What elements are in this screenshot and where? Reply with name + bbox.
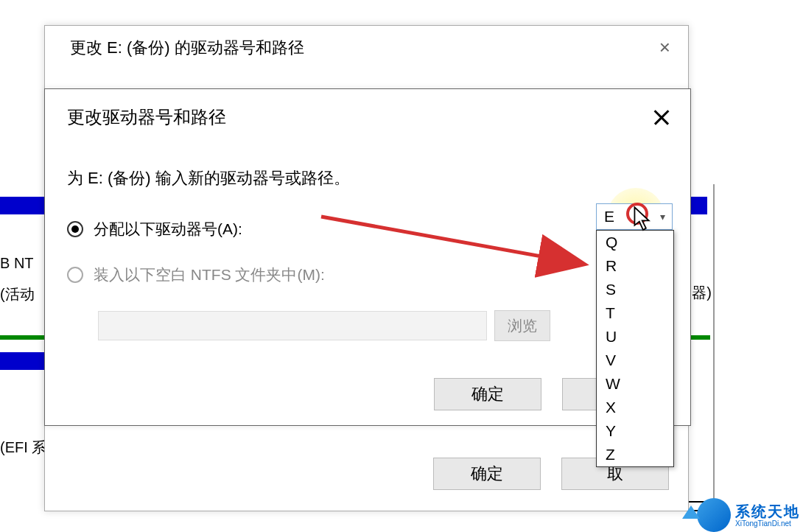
inner-ok-button[interactable]: 确定 [434, 378, 541, 410]
drive-option-w[interactable]: W [597, 372, 673, 396]
bg-partition-label-3: 器) [692, 283, 712, 303]
outer-ok-button[interactable]: 确定 [433, 458, 541, 490]
drive-option-t[interactable]: T [597, 301, 673, 325]
bg-partition-label-2: (活动 [0, 284, 35, 304]
drive-option-y[interactable]: Y [597, 419, 673, 443]
bg-right-divider [710, 184, 715, 511]
bg-blue-bar-2 [0, 352, 44, 370]
bg-partition-label-4: (EFI 系 [0, 438, 46, 458]
drive-option-u[interactable]: U [597, 325, 673, 349]
assign-letter-label: 分配以下驱动器号(A): [94, 219, 242, 239]
drive-option-x[interactable]: X [597, 396, 673, 419]
drive-option-q[interactable]: Q [597, 231, 673, 254]
outer-dialog-title: 更改 E: (备份) 的驱动器号和路径 [70, 37, 304, 59]
mount-folder-label: 装入以下空白 NTFS 文件夹中(M): [94, 265, 325, 285]
browse-button: 浏览 [494, 310, 550, 341]
chevron-down-icon: ▾ [653, 211, 672, 223]
outer-close-button[interactable]: × [659, 36, 670, 59]
drive-letter-select[interactable]: E ▾ [596, 203, 673, 230]
drive-option-z[interactable]: Z [597, 443, 673, 466]
mount-path-input [98, 311, 487, 340]
watermark-text-en: XiTongTianDi.net [735, 519, 800, 528]
assign-letter-radio-row[interactable]: 分配以下驱动器号(A): [67, 219, 668, 239]
drive-letter-dropdown: Q R S T U V W X Y Z [596, 230, 674, 467]
inner-dialog-title: 更改驱动器号和路径 [67, 105, 226, 129]
change-drive-letter-dialog: 更改驱动器号和路径 为 E: (备份) 输入新的驱动器号或路径。 分配以下驱动器… [44, 88, 691, 426]
mount-folder-radio-row[interactable]: 装入以下空白 NTFS 文件夹中(M): [67, 265, 668, 285]
drive-letter-selected: E [597, 208, 653, 225]
bg-partition-label-1: B NT [0, 255, 34, 272]
bg-blue-bar-left [0, 197, 44, 214]
radio-mount-folder[interactable] [67, 267, 83, 283]
drive-option-r[interactable]: R [597, 254, 673, 278]
outer-titlebar: 更改 E: (备份) 的驱动器号和路径 × [45, 26, 688, 69]
watermark: 系统天地 XiTongTianDi.net [697, 498, 800, 532]
close-icon[interactable] [652, 108, 671, 127]
watermark-logo-icon [697, 498, 731, 532]
path-input-row: 浏览 [98, 310, 668, 341]
inner-titlebar: 更改驱动器号和路径 [45, 89, 690, 138]
drive-option-v[interactable]: V [597, 349, 673, 372]
watermark-text-cn: 系统天地 [735, 503, 800, 519]
inner-prompt: 为 E: (备份) 输入新的驱动器号或路径。 [67, 167, 668, 189]
drive-option-s[interactable]: S [597, 278, 673, 301]
radio-assign-letter[interactable] [67, 221, 83, 237]
